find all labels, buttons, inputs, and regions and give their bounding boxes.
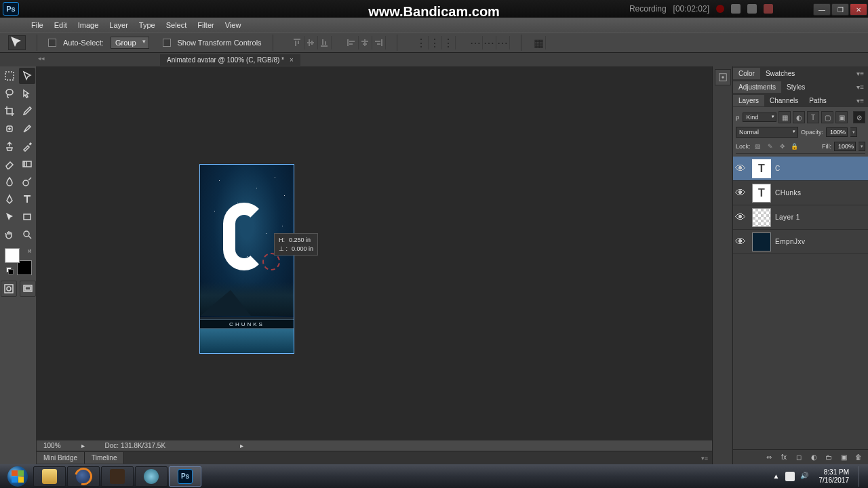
status-arrow-icon[interactable]: ▸ — [240, 442, 243, 449]
opacity-input[interactable]: 100% — [826, 127, 848, 137]
collapse-tools-icon[interactable]: ◂◂ — [38, 55, 47, 64]
maximize-button[interactable]: ❐ — [831, 3, 849, 16]
quick-select-tool[interactable] — [19, 85, 35, 102]
filter-toggle[interactable]: ⊘ — [853, 111, 865, 123]
layers-panel-menu-icon[interactable]: ▾≡ — [852, 97, 868, 104]
healing-brush-tool[interactable] — [1, 121, 18, 137]
blur-tool[interactable] — [1, 174, 18, 190]
canvas-area[interactable]: CHUNKS H:0.250 in ⊥ :0.000 in — [37, 66, 712, 440]
tray-flag-icon[interactable] — [785, 472, 795, 481]
align-top-icon[interactable] — [291, 36, 304, 49]
dist-bottom-icon[interactable]: ⋮ — [442, 36, 456, 49]
dist-right-icon[interactable]: ⋯ — [496, 36, 510, 49]
auto-select-checkbox[interactable] — [48, 39, 56, 47]
tab-layers[interactable]: Layers — [733, 95, 764, 106]
taskbar-explorer[interactable] — [33, 466, 66, 487]
auto-align-icon[interactable]: ▦ — [532, 36, 546, 49]
tray-volume-icon[interactable]: 🔊 — [800, 472, 810, 481]
link-layers-icon[interactable]: ⇔ — [764, 452, 774, 463]
lock-transparent-icon[interactable]: ▧ — [753, 142, 763, 151]
gradient-tool[interactable] — [19, 156, 35, 172]
menu-image[interactable]: Image — [73, 19, 104, 31]
taskbar-app-4[interactable] — [135, 466, 167, 487]
blend-mode-dropdown[interactable]: Normal — [736, 127, 798, 138]
menu-view[interactable]: View — [220, 19, 247, 31]
quick-mask-icon[interactable] — [1, 281, 17, 297]
show-desktop-button[interactable] — [859, 466, 865, 487]
marquee-tool[interactable] — [1, 68, 18, 84]
show-transform-checkbox[interactable] — [163, 39, 171, 47]
dist-hcenter-icon[interactable]: ⋯ — [483, 36, 496, 49]
fill-slider-icon[interactable]: ▾ — [859, 142, 865, 151]
pen-tool[interactable] — [1, 191, 18, 207]
minimize-button[interactable]: — — [813, 3, 831, 16]
layer-name[interactable]: Layer 1 — [775, 214, 800, 221]
dist-top-icon[interactable]: ⋮ — [415, 36, 429, 49]
taskbar-photoshop[interactable]: Ps — [169, 466, 201, 487]
dodge-tool[interactable] — [19, 174, 35, 190]
visibility-toggle[interactable]: 👁 — [733, 187, 748, 199]
filter-smart-icon[interactable]: ▣ — [835, 111, 848, 123]
brush-tool[interactable] — [19, 121, 35, 137]
foreground-color[interactable] — [5, 248, 20, 263]
layer-row[interactable]: 👁 Layer 1 — [733, 205, 868, 230]
lock-all-icon[interactable]: 🔒 — [790, 142, 800, 151]
eyedropper-tool[interactable] — [19, 103, 35, 119]
filter-adjust-icon[interactable]: ◐ — [793, 111, 805, 123]
lock-position-icon[interactable]: ✥ — [778, 142, 787, 151]
taskbar-firefox[interactable] — [67, 466, 100, 487]
align-left-icon[interactable] — [345, 36, 359, 49]
adj-panel-menu-icon[interactable]: ▾≡ — [852, 83, 868, 91]
new-layer-icon[interactable]: ▣ — [838, 452, 849, 463]
tab-swatches[interactable]: Swatches — [760, 68, 800, 79]
rectangle-tool[interactable] — [19, 209, 35, 225]
artboard[interactable]: CHUNKS — [199, 164, 294, 354]
history-brush-tool[interactable] — [19, 138, 35, 155]
lock-pixels-icon[interactable]: ✎ — [766, 142, 775, 151]
visibility-toggle[interactable]: 👁 — [733, 236, 748, 248]
layer-name[interactable]: CHunks — [775, 189, 802, 197]
dist-vcenter-icon[interactable]: ⋮ — [429, 36, 442, 49]
hand-tool[interactable] — [1, 226, 18, 243]
auto-select-target-dropdown[interactable]: Group — [111, 37, 149, 49]
document-tab[interactable]: Animated avatar @ 100% (C, RGB/8) * × — [160, 54, 300, 66]
align-vcenter-icon[interactable] — [304, 36, 318, 49]
filter-pixel-icon[interactable]: ▦ — [778, 111, 791, 123]
visibility-toggle[interactable]: 👁 — [733, 211, 748, 224]
type-tool[interactable] — [19, 191, 35, 207]
path-select-tool[interactable] — [1, 209, 18, 225]
zoom-level[interactable]: 100% — [43, 442, 61, 449]
lasso-tool[interactable] — [1, 85, 18, 102]
delete-layer-icon[interactable]: 🗑 — [853, 452, 864, 463]
tab-color[interactable]: Color — [733, 68, 760, 79]
color-panel-menu-icon[interactable]: ▾≡ — [852, 70, 868, 77]
tab-styles[interactable]: Styles — [781, 81, 810, 93]
screen-mode-icon[interactable] — [20, 281, 36, 297]
close-button[interactable]: ✕ — [850, 3, 867, 16]
adjustment-layer-icon[interactable]: ◐ — [808, 452, 819, 463]
tool-preset-picker[interactable] — [8, 35, 26, 50]
color-swatches[interactable]: ⤭ — [5, 248, 32, 275]
tab-paths[interactable]: Paths — [804, 95, 832, 106]
opacity-slider-icon[interactable]: ▾ — [850, 127, 857, 137]
bottom-panel-menu-icon[interactable]: ▾≡ — [701, 455, 712, 462]
close-tab-icon[interactable]: × — [290, 56, 294, 64]
start-button[interactable] — [3, 465, 33, 488]
default-colors-icon[interactable] — [6, 267, 13, 274]
menu-type[interactable]: Type — [134, 19, 161, 31]
zoom-arrow-icon[interactable]: ▸ — [81, 442, 85, 449]
tab-mini-bridge[interactable]: Mini Bridge — [37, 452, 85, 464]
menu-layer[interactable]: Layer — [104, 19, 134, 31]
layer-row[interactable]: 👁 EmpnJxv — [733, 230, 868, 254]
menu-filter[interactable]: Filter — [192, 19, 219, 31]
zoom-tool[interactable] — [19, 226, 35, 243]
clone-stamp-tool[interactable] — [1, 138, 18, 155]
layer-fx-icon[interactable]: fx — [778, 452, 789, 463]
filter-shape-icon[interactable]: ▢ — [821, 111, 833, 123]
layer-name[interactable]: C — [775, 165, 781, 172]
tab-adjustments[interactable]: Adjustments — [733, 81, 781, 93]
layer-name[interactable]: EmpnJxv — [775, 238, 806, 245]
filter-type-icon[interactable]: T — [807, 111, 819, 123]
layer-mask-icon[interactable]: ◻ — [793, 452, 804, 463]
menu-edit[interactable]: Edit — [49, 19, 73, 31]
